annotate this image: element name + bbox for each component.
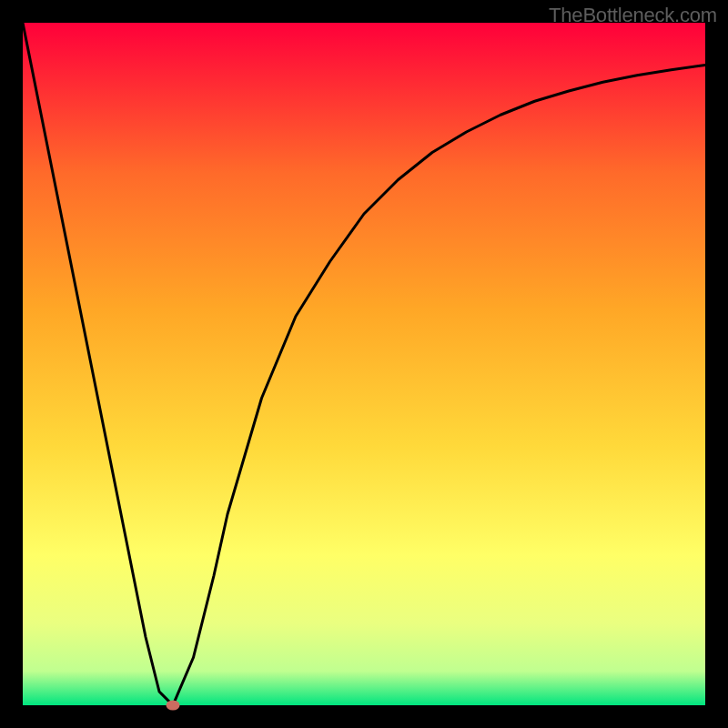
bottleneck-curve: [23, 23, 705, 705]
watermark-text: TheBottleneck.com: [549, 4, 717, 27]
curve-layer: [23, 23, 705, 705]
chart-outer-frame: TheBottleneck.com: [0, 0, 728, 728]
plot-area: [23, 23, 705, 705]
optimal-point-marker: [167, 701, 180, 711]
